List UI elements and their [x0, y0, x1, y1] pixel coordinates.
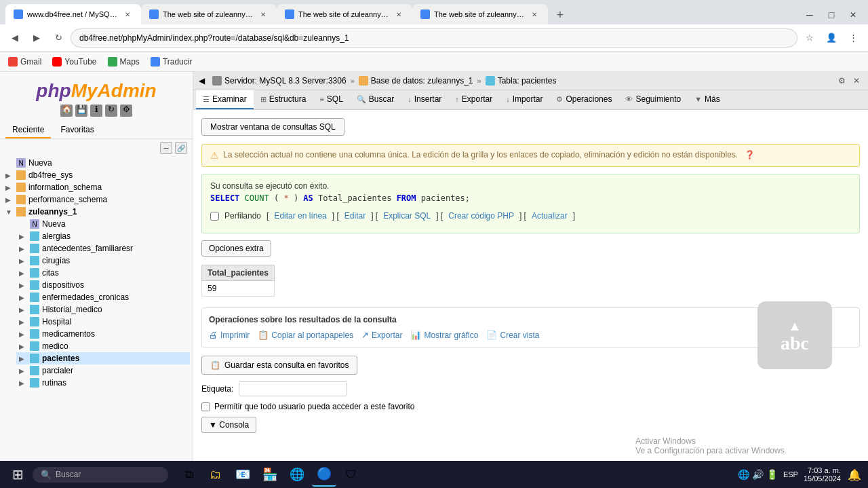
bookmark-translate[interactable]: Traducir: [151, 57, 193, 67]
maximize-button[interactable]: □: [822, 5, 841, 24]
db-item-zuleannys[interactable]: ▼ zuleannys_1: [3, 206, 190, 218]
tab-seguimiento[interactable]: 👁 Seguimiento: [618, 90, 688, 109]
tab-buscar[interactable]: 🔍 Buscar: [350, 90, 401, 109]
tab-1[interactable]: www.db4free.net / MySQL 8.3 S... ✕: [5, 4, 141, 24]
tab-close-4[interactable]: ✕: [529, 9, 540, 20]
db-item-dispositivos[interactable]: ▶ dispositivos: [16, 279, 190, 291]
menu-button[interactable]: ⋮: [844, 29, 863, 48]
warning-help-icon[interactable]: ❓: [745, 150, 755, 159]
forward-button[interactable]: ▶: [27, 29, 46, 48]
taskbar-app-taskview[interactable]: ⧉: [176, 462, 201, 487]
systray-datetime[interactable]: 7:03 a. m. 15/05/2024: [804, 466, 841, 483]
tab-insertar[interactable]: ↓ Insertar: [401, 90, 448, 109]
close-button[interactable]: ✕: [844, 5, 863, 24]
db-item-nueva-root[interactable]: N Nueva: [3, 157, 190, 169]
profile-button[interactable]: 👤: [822, 29, 841, 48]
collapse-sidebar-icon[interactable]: ◀: [199, 76, 208, 86]
db-item-cirugias[interactable]: ▶ cirugias: [16, 255, 190, 267]
back-button[interactable]: ◀: [5, 29, 24, 48]
profiling-checkbox[interactable]: [210, 212, 219, 221]
bookmark-gmail[interactable]: Gmail: [8, 57, 41, 67]
db-item-hospital[interactable]: ▶ Hospital: [16, 316, 190, 328]
tab-close-1[interactable]: ✕: [122, 9, 133, 20]
systray-language[interactable]: ESP: [783, 470, 798, 478]
pma-icon-more[interactable]: ⚙: [120, 105, 132, 117]
breadcrumb-database[interactable]: Base de datos: zuleannys_1: [359, 76, 473, 86]
db-item-antecedentes[interactable]: ▶ antecedentes_familiaresr: [16, 242, 190, 255]
tab-examinar[interactable]: ☰ Examinar: [196, 90, 254, 109]
tab-3[interactable]: The web site of zuleannys28 ✕: [277, 4, 412, 24]
volume-icon[interactable]: 🔊: [752, 469, 764, 480]
bookmark-youtube[interactable]: YouTube: [52, 57, 96, 67]
permit-checkbox[interactable]: [201, 402, 210, 411]
taskbar-search[interactable]: 🔍: [33, 467, 168, 483]
new-tab-button[interactable]: +: [551, 5, 570, 24]
sidebar-tab-reciente[interactable]: Reciente: [5, 122, 51, 138]
pma-icon-info[interactable]: ℹ: [90, 105, 102, 117]
op-imprimir[interactable]: 🖨 Imprimir: [209, 330, 250, 340]
op-exportar[interactable]: ↗ Exportar: [361, 330, 402, 340]
db-item-medicamentos[interactable]: ▶ medicamentos: [16, 328, 190, 340]
console-button[interactable]: ▼ Consola: [201, 417, 256, 433]
notification-button[interactable]: 🔔: [846, 466, 863, 483]
db-item-db4free[interactable]: ▶ db4free_sys: [3, 169, 190, 181]
sidebar-collapse-button[interactable]: ─: [160, 142, 172, 154]
breadcrumb-table[interactable]: Tabla: pacientes: [486, 76, 557, 86]
taskbar-app-store[interactable]: 🏪: [258, 462, 282, 487]
tab-operaciones[interactable]: ⚙ Operaciones: [549, 90, 618, 109]
taskbar-app-files[interactable]: 🗂: [203, 462, 228, 487]
taskbar-app-chrome[interactable]: 🔵: [312, 462, 336, 487]
breadcrumb-close-button[interactable]: ✕: [850, 75, 863, 87]
tab-exportar[interactable]: ↑ Exportar: [448, 90, 499, 109]
tab-4[interactable]: The web site of zuleannys28 ✕: [412, 4, 548, 24]
db-item-parcialer[interactable]: ▶ parcialer: [16, 364, 190, 377]
db-item-alergias[interactable]: ▶ alergias: [16, 230, 190, 242]
db-item-pacientes[interactable]: ▶ pacientes: [16, 352, 190, 364]
sidebar-tab-favoritas[interactable]: Favoritas: [54, 122, 100, 138]
db-item-rutinas[interactable]: ▶ rutinas: [16, 377, 190, 389]
db-item-citas[interactable]: ▶ citas: [16, 267, 190, 279]
breadcrumb-server[interactable]: Servidor: MySQL 8.3 Server:3306: [212, 76, 347, 86]
show-sql-window-button[interactable]: Mostrar ventana de consultas SQL: [201, 118, 344, 136]
network-icon[interactable]: 🌐: [738, 469, 749, 480]
battery-icon[interactable]: 🔋: [766, 469, 778, 480]
extra-options-button[interactable]: Opciones extra: [201, 240, 271, 257]
db-item-enfermedades[interactable]: ▶ enfermedades_cronicas: [16, 291, 190, 303]
save-favorite-button[interactable]: 📋 Guardar esta consulta en favoritos: [201, 356, 357, 375]
link-editar[interactable]: Editar: [344, 211, 366, 221]
link-explicar-sql[interactable]: Explicar SQL: [383, 211, 431, 221]
address-input[interactable]: [71, 29, 797, 48]
start-button[interactable]: ⊞: [5, 462, 30, 487]
etiqueta-input[interactable]: [239, 381, 347, 396]
tab-2[interactable]: The web site of zuleannys28 ✕: [141, 4, 277, 24]
db-item-medico[interactable]: ▶ medico: [16, 340, 190, 352]
pma-icon-home[interactable]: 🏠: [60, 105, 73, 117]
taskbar-app-mail[interactable]: 📧: [231, 462, 255, 487]
pma-icon-refresh[interactable]: ↻: [105, 105, 117, 117]
tab-importar[interactable]: ↓ Importar: [499, 90, 549, 109]
tab-close-2[interactable]: ✕: [258, 9, 269, 20]
taskbar-app-shield[interactable]: 🛡: [339, 462, 363, 487]
db-item-historial[interactable]: ▶ Historial_medico: [16, 303, 190, 316]
link-actualizar[interactable]: Actualizar: [532, 211, 568, 221]
bookmark-star-button[interactable]: ☆: [800, 29, 819, 48]
breadcrumb-settings-button[interactable]: ⚙: [835, 75, 848, 87]
taskbar-search-input[interactable]: [56, 470, 157, 479]
tab-close-3[interactable]: ✕: [393, 9, 404, 20]
op-grafico[interactable]: 📊 Mostrar gráfico: [410, 330, 478, 340]
reload-button[interactable]: ↻: [49, 29, 68, 48]
link-crear-php[interactable]: Crear código PHP: [448, 211, 514, 221]
sidebar-link-button[interactable]: 🔗: [175, 142, 187, 154]
op-copiar[interactable]: 📋 Copiar al portapapeles: [258, 330, 353, 340]
tab-sql[interactable]: ≡ SQL: [313, 90, 349, 109]
pma-icon-settings[interactable]: 💾: [75, 105, 87, 117]
minimize-button[interactable]: ─: [800, 5, 819, 24]
op-vista[interactable]: 📄 Crear vista: [486, 330, 539, 340]
link-editar-linea[interactable]: Editar en línea: [274, 211, 326, 221]
tab-estructura[interactable]: ⊞ Estructura: [254, 90, 313, 109]
db-item-performance-schema[interactable]: ▶ performance_schema: [3, 193, 190, 206]
taskbar-app-edge[interactable]: 🌐: [285, 462, 309, 487]
tab-mas[interactable]: ▼ Más: [688, 90, 727, 109]
db-item-nueva-sub[interactable]: N Nueva: [16, 218, 190, 230]
db-item-information-schema[interactable]: ▶ information_schema: [3, 181, 190, 193]
